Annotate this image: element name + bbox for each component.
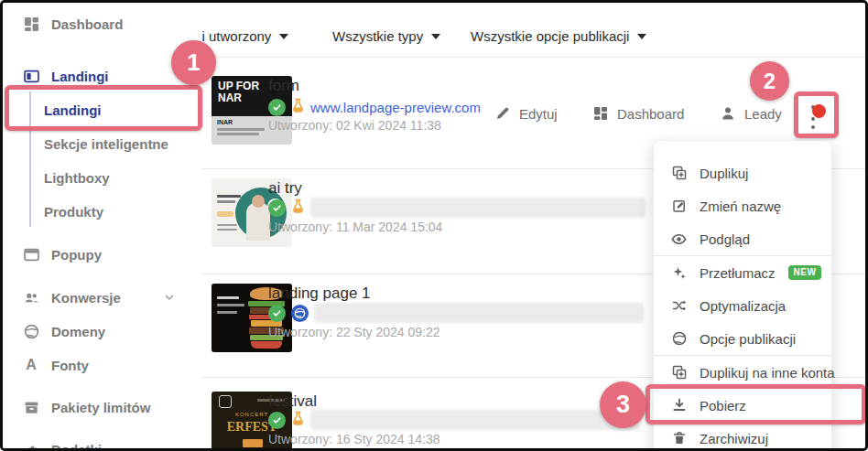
sidebar-item-konwersje[interactable]: Konwersje [23,286,175,308]
sidebar-item-dodatki[interactable]: Dodatki [23,438,102,451]
published-globe-icon [291,305,309,322]
menu-item-label: Duplikuj na inne konta [700,365,835,381]
sidebar-item-popupy[interactable]: Popupy [23,243,102,265]
annotation-box-kebab [794,91,839,138]
landing-title[interactable]: ai try [268,179,302,198]
sidebar-item-dashboard[interactable]: Dashboard [23,13,123,35]
sidebar-item-domeny[interactable]: Domeny [23,320,105,342]
sidebar-label: Lightboxy [44,170,110,186]
globe-icon [671,331,687,347]
copy-plus-icon [671,365,687,381]
blurred-url [314,303,644,323]
pencil-icon [494,105,511,122]
menu-item-label: Opcje publikacji [700,331,796,347]
menu-item-label: Przetłumacz [700,265,776,281]
menu-item-preview[interactable]: Podgląd [654,222,831,255]
annotation-box-landingi [5,85,202,131]
menu-item-label: Optymalizacja [700,298,786,314]
menu-item-publication-options[interactable]: Opcje publikacji [654,322,831,355]
person-icon [720,105,736,122]
edit-button[interactable]: Edytuj [494,105,558,122]
landing-title[interactable]: form [268,77,299,95]
sidebar-item-fonty[interactable]: A Fonty [23,354,89,376]
new-badge: NEW [788,265,822,280]
status-check-icon [268,412,286,429]
annotation-step-1: 1 [171,40,216,85]
divider [201,57,865,58]
test-mode-flask-icon [291,98,305,117]
menu-item-label: Zmień nazwę [700,199,781,214]
landing-url-link[interactable]: www.landpage-preview.com [310,100,481,115]
globe-icon [23,323,39,339]
created-date: Utworzony: 22 Sty 2024 09:22 [268,325,440,339]
sparkles-icon [671,265,687,281]
leads-button[interactable]: Leady [720,105,782,122]
status-check-icon [268,99,286,116]
menu-item-archive[interactable]: Zarchiwizuj [654,422,831,451]
annotation-step-2: 2 [750,61,789,101]
chevron-down-icon [164,290,175,306]
menu-item-translate[interactable]: Przetłumacz NEW [654,256,831,289]
created-date: Utworzony: 16 Sty 2024 14:38 [268,432,440,446]
type-filter-label: Wszystkie typy [332,28,423,44]
sidebar-subitem-sekcje-inteligentne[interactable]: Sekcje inteligentne [44,133,168,155]
sidebar-label: Sekcje inteligentne [44,136,168,152]
sidebar-label: Dashboard [51,16,123,32]
created-date: Utworzony: 11 Mar 2024 15:04 [268,220,442,234]
created-date: Utworzony: 02 Kwi 2024 11:38 [268,118,441,133]
sidebar-label: Pakiety limitów [51,400,150,415]
caret-down-icon [431,34,440,39]
sidebar-label: Produkty [44,204,103,220]
sidebar-item-landingi[interactable]: Landingi [23,65,109,87]
sort-dropdown-label: tni utworzony [190,28,271,44]
menu-item-label: Duplikuj [700,166,748,181]
dashboard-grid-icon [23,16,39,32]
app-window: tni utworzony Wszystkie typy Wszystkie o… [0,0,868,451]
landing-title[interactable]: festival [268,392,317,411]
font-letter-icon: A [23,357,39,373]
test-mode-flask-icon [291,411,305,430]
caret-down-icon [279,34,288,39]
menu-item-label: Podgląd [700,231,750,247]
sidebar-label: Popupy [51,247,102,263]
shuffle-icon [671,298,687,314]
type-filter-dropdown[interactable]: Wszystkie typy [332,27,440,45]
dashboard-button[interactable]: Dashboard [592,105,684,122]
publication-filter-label: Wszystkie opcje publikacji [471,28,629,44]
menu-item-optimization[interactable]: Optymalizacja [654,289,831,322]
landing-title[interactable]: landing page 1 [268,285,371,303]
sidebar-subitem-lightboxy[interactable]: Lightboxy [44,166,110,188]
sidebar-subitem-produkty[interactable]: Produkty [44,200,103,222]
sort-dropdown[interactable]: tni utworzony [190,27,288,45]
blurred-url [310,410,640,430]
sidebar-item-pakiety-limitow[interactable]: Pakiety limitów [23,396,150,418]
trash-icon [671,431,687,446]
annotation-step-3: 3 [600,381,646,428]
menu-item-duplicate[interactable]: Duplikuj [654,156,831,189]
sidebar-label: Fonty [51,358,89,373]
popup-window-icon [23,246,39,263]
status-check-icon [268,199,286,217]
edit-button-label: Edytuj [519,106,558,122]
annotation-box-download [646,384,866,424]
landing-page-icon [23,68,39,84]
blurred-url [310,198,646,218]
edit-square-icon [671,199,687,214]
sidebar-label: Konwersje [51,290,121,306]
eye-icon [671,231,687,247]
sidebar-label: Landingi [51,69,109,84]
menu-item-label: Zarchiwizuj [700,431,768,446]
menu-item-rename[interactable]: Zmień nazwę [654,189,831,222]
sidebar-label: Domeny [51,324,105,339]
test-mode-flask-icon [291,199,305,218]
copy-plus-icon [671,166,687,181]
leads-button-label: Leady [744,106,782,122]
people-icon [23,289,39,306]
package-icon [23,399,39,415]
sidebar-label: Dodatki [51,442,102,451]
dashboard-button-label: Dashboard [617,106,684,122]
publication-filter-dropdown[interactable]: Wszystkie opcje publikacji [471,27,646,45]
status-check-icon [268,305,286,322]
grid-icon [592,105,609,122]
caret-down-icon [637,34,646,39]
